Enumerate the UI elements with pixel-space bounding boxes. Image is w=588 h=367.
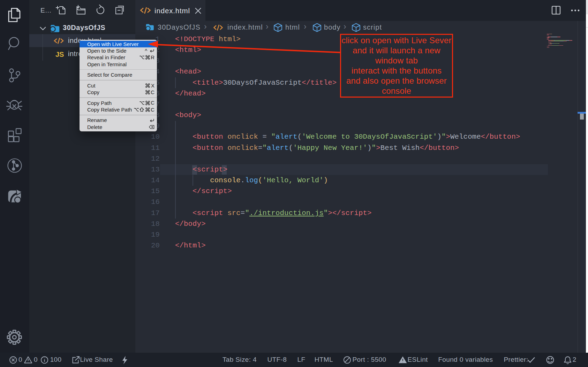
svg-text:JS: JS	[55, 51, 64, 58]
